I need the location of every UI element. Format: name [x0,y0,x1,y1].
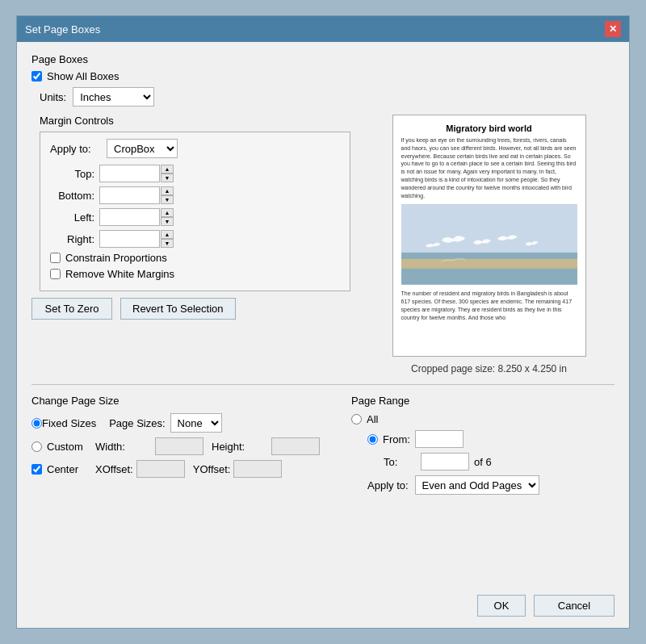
margin-controls-box: Apply to: CropBox MediaBox BleedBox Trim… [40,132,350,291]
ok-cancel-row: OK Cancel [17,588,629,628]
page-sizes-label: Page Sizes: [109,417,165,429]
apply-to-label: Apply to: [50,143,107,155]
left-spin-down[interactable]: ▼ [161,217,174,226]
preview-image [401,204,577,285]
revert-to-selection-button[interactable]: Revert To Selection [120,298,236,320]
page-range-label: Page Range [351,395,615,407]
xoffset-input: 0 in [136,460,185,478]
bottom-spin-buttons: ▲ ▼ [161,186,174,204]
units-row: Units: Inches Centimeters Points Picas M… [40,87,615,107]
white-margin-row: Remove White Margins [50,268,340,280]
bottom-row: Bottom: 6.5 in ▲ ▼ [50,186,340,204]
main-content: Margin Controls Apply to: CropBox MediaB… [31,115,615,374]
custom-radio[interactable] [31,441,42,452]
right-spin-down[interactable]: ▼ [161,239,174,248]
svg-rect-3 [401,259,577,269]
remove-white-label: Remove White Margins [65,268,174,280]
show-all-boxes-row: Show All Boxes [31,70,615,82]
right-row: Right: 0 in ▲ ▼ [50,230,340,248]
xoffset-label: XOffset: [95,463,133,475]
page-sizes-select[interactable]: None Letter A4 Legal [170,413,222,433]
preview-title: Migratory bird world [401,123,577,133]
right-spin-up[interactable]: ▲ [161,230,174,239]
preview-caption: The number of resident and migratory bir… [401,290,577,321]
title-bar: Set Page Boxes ✕ [17,16,629,42]
bottom-spin-up[interactable]: ▲ [161,186,174,195]
all-radio[interactable] [351,414,362,424]
top-spin-down[interactable]: ▼ [161,174,174,182]
apply-to-select[interactable]: CropBox MediaBox BleedBox TrimBox ArtBox [107,139,178,158]
range-apply-to-row: Apply to: Even and Odd Pages Even Pages … [367,475,615,495]
close-button[interactable]: ✕ [605,21,621,37]
set-to-zero-button[interactable]: Set To Zero [31,298,112,320]
top-input[interactable]: 0.25 in [99,165,160,182]
svg-rect-2 [401,253,577,285]
right-spin-buttons: ▲ ▼ [161,230,174,248]
bottom-spin-down[interactable]: ▼ [161,195,174,204]
fixed-sizes-label: Fixed Sizes [42,417,96,429]
bottom-section: Change Page Size Fixed Sizes Page Sizes:… [31,384,615,495]
page-boxes-label: Page Boxes [31,53,615,65]
preview-box: Migratory bird world If you keep an eye … [392,115,586,357]
dialog-body: Page Boxes Show All Boxes Units: Inches … [17,42,629,588]
custom-label: Custom [47,441,95,453]
bottom-spin-wrapper: 6.5 in ▲ ▼ [99,186,174,204]
left-spin-up[interactable]: ▲ [161,208,174,217]
preview-svg [401,204,577,285]
yoffset-input: 0 in [233,460,282,478]
preview-text1: If you keep an eye on the surrounding tr… [401,136,577,199]
bottom-input[interactable]: 6.5 in [99,186,160,204]
center-label: Center [47,463,95,475]
show-all-boxes-checkbox[interactable] [31,71,42,82]
center-checkbox[interactable] [31,464,42,475]
left-spin-wrapper: 0.375 in ▲ ▼ [99,208,174,226]
range-apply-to-select[interactable]: Even and Odd Pages Even Pages Only Odd P… [415,475,539,495]
top-row: Top: 0.25 in ▲ ▼ [50,165,340,182]
from-label: From: [383,433,415,445]
from-radio[interactable] [367,434,378,445]
custom-row: Custom Width: 0 in Height: 0 in [31,437,338,455]
constrain-checkbox[interactable] [50,253,61,263]
width-label: Width: [95,441,152,453]
units-label: Units: [40,91,66,103]
all-radio-row: All [351,413,615,425]
to-row: To: 1 of 6 [367,453,615,470]
crop-size-label: Cropped page size: 8.250 x 4.250 in [411,363,567,374]
left-input[interactable]: 0.375 in [99,208,160,226]
dialog-title: Set Page Boxes [25,23,100,36]
top-spin-buttons: ▲ ▼ [161,165,174,182]
width-input: 0 in [155,437,203,455]
ok-button[interactable]: OK [477,595,526,617]
margin-controls-label: Margin Controls [40,115,350,127]
change-page-size-label: Change Page Size [31,395,338,407]
right-panel: Migratory bird world If you keep an eye … [363,115,615,374]
change-page-size-section: Change Page Size Fixed Sizes Page Sizes:… [31,395,338,495]
constrain-row: Constrain Proportions [50,252,340,264]
height-label: Height: [212,441,268,453]
yoffset-label: YOffset: [193,463,231,475]
right-input[interactable]: 0 in [99,230,160,248]
fixed-sizes-radio[interactable] [31,418,42,429]
show-all-boxes-label: Show All Boxes [47,70,120,82]
top-label: Top: [50,168,94,180]
page-range-section: Page Range All From: 1 To: 1 of 6 [351,395,615,495]
bottom-label: Bottom: [50,190,94,202]
left-label: Left: [50,211,94,224]
action-buttons: Set To Zero Revert To Selection [31,298,350,320]
units-select[interactable]: Inches Centimeters Points Picas Millimet… [73,87,154,107]
left-spin-buttons: ▲ ▼ [161,208,174,226]
remove-white-checkbox[interactable] [50,269,61,279]
cancel-button[interactable]: Cancel [534,595,615,617]
right-label: Right: [50,233,94,245]
to-input[interactable]: 1 [421,453,469,470]
from-row: From: 1 [367,430,615,448]
of-label: of 6 [474,456,492,468]
right-spin-wrapper: 0 in ▲ ▼ [99,230,174,248]
to-label: To: [384,456,421,468]
apply-to-row: Apply to: CropBox MediaBox BleedBox Trim… [50,139,340,158]
left-row: Left: 0.375 in ▲ ▼ [50,208,340,226]
from-input[interactable]: 1 [415,430,464,448]
top-spin-wrapper: 0.25 in ▲ ▼ [99,165,174,182]
top-spin-up[interactable]: ▲ [161,165,174,174]
left-panel: Margin Controls Apply to: CropBox MediaB… [31,115,350,374]
